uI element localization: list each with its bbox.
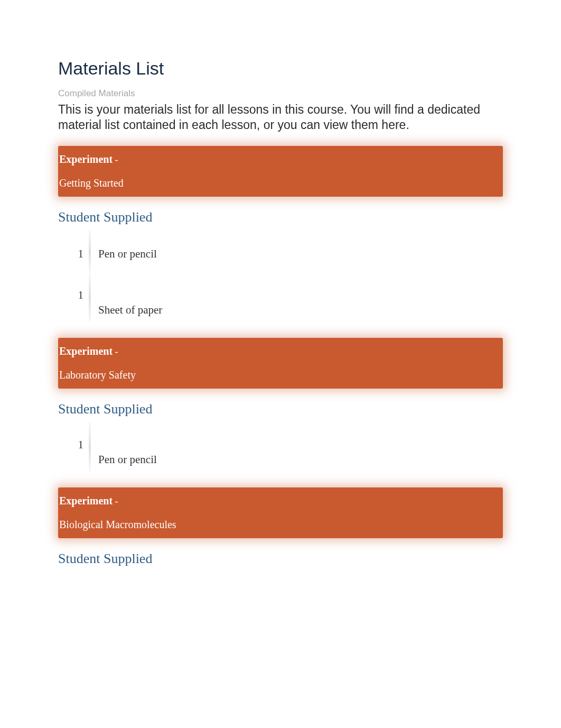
page-title: Materials List [58, 58, 503, 79]
experiment-header: Experiment - Laboratory Safety [58, 338, 503, 389]
table-row: 1 Pen or pencil [69, 438, 503, 466]
material-qty: 1 [69, 438, 89, 451]
subtitle: Compiled Materials [58, 88, 503, 99]
student-supplied-heading: Student Supplied [58, 401, 503, 417]
divider [89, 273, 91, 322]
materials-table: 1 Pen or pencil [69, 438, 503, 466]
divider [89, 231, 91, 273]
experiment-label: Experiment [58, 495, 113, 506]
experiment-name: Laboratory Safety [58, 369, 503, 381]
material-name: Pen or pencil [98, 246, 157, 261]
section-biological-macromolecules: Experiment - Biological Macromolecules S… [58, 487, 503, 567]
intro-text: This is your materials list for all less… [58, 102, 503, 133]
experiment-name: Getting Started [58, 177, 503, 189]
materials-table: 1 Pen or pencil 1 Sheet of paper [69, 246, 503, 317]
experiment-name: Biological Macromolecules [58, 519, 503, 531]
table-row: 1 Pen or pencil [69, 246, 503, 268]
experiment-dash: - [113, 496, 118, 506]
experiment-label: Experiment [58, 153, 113, 165]
experiment-dash: - [113, 154, 118, 165]
material-name: Sheet of paper [98, 289, 162, 317]
experiment-label: Experiment [58, 345, 113, 357]
material-name: Pen or pencil [98, 438, 157, 466]
table-row: 1 Sheet of paper [69, 289, 503, 317]
section-getting-started: Experiment - Getting Started Student Sup… [58, 146, 503, 317]
divider [89, 422, 91, 472]
section-laboratory-safety: Experiment - Laboratory Safety Student S… [58, 338, 503, 466]
experiment-header: Experiment - Getting Started [58, 146, 503, 197]
material-qty: 1 [69, 246, 89, 261]
experiment-header: Experiment - Biological Macromolecules [58, 487, 503, 538]
material-qty: 1 [69, 289, 89, 302]
student-supplied-heading: Student Supplied [58, 209, 503, 225]
experiment-dash: - [113, 346, 118, 357]
student-supplied-heading: Student Supplied [58, 551, 503, 567]
